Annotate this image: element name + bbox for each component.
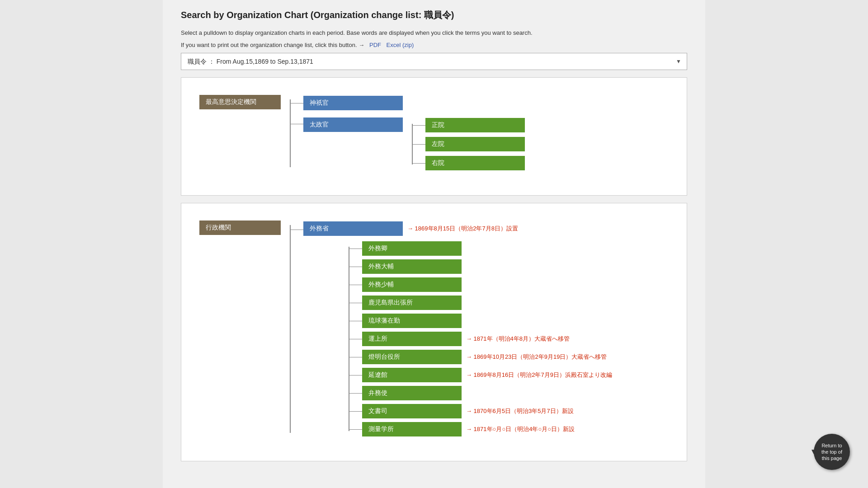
back-to-top-label: Return to the top of this page xyxy=(821,442,842,462)
unjo-hline xyxy=(349,339,362,339)
bunsho-row: 文書司 → 1870年6月5日（明治3年5月7日）新設 xyxy=(353,404,612,418)
sain-hline xyxy=(412,144,425,145)
bunsho-note: → 1870年6月5日（明治3年5月7日）新設 xyxy=(466,407,574,415)
gaimuotomo-row: 外務大輔 xyxy=(353,259,612,274)
description-2: If you want to print out the organizatio… xyxy=(181,41,687,50)
uin-row: 右院 xyxy=(416,156,525,170)
shingi-node: 神祇官 xyxy=(303,96,403,110)
sein-row: 正院 xyxy=(416,118,525,132)
gaimukyo-node: 外務卿 xyxy=(362,241,462,256)
section2-root-row: 行政機関 外務省 → 1869年8月15日（明治2年7月8日）設置 xyxy=(199,217,669,441)
unjo-note: → 1871年（明治4年8月）大蔵省へ移管 xyxy=(466,335,570,343)
gaimushofu-label[interactable]: 外務少輔 xyxy=(362,277,462,292)
sokuryo-row: 測量学所 → 1871年○月○日（明治4年○月○日）新設 xyxy=(353,422,612,436)
period-select[interactable]: 職員令 ： From Aug.15,1869 to Sep.13,1871 xyxy=(181,53,687,70)
daijo-label[interactable]: 太政官 xyxy=(303,117,403,132)
enryo-row: 延遼館 → 1869年8月16日（明治2年7月9日）浜殿石室より改編 xyxy=(353,368,612,382)
pdf-link[interactable]: PDF xyxy=(369,42,381,48)
page-title: Search by Organization Chart (Organizati… xyxy=(181,9,687,21)
section1-branch: 神祇官 太政官 xyxy=(294,91,525,175)
gaimuotomo-label[interactable]: 外務大輔 xyxy=(362,259,462,274)
page-wrapper: Search by Organization Chart (Organizati… xyxy=(163,0,705,488)
tomyo-note: → 1869年10月23日（明治2年9月19日）大蔵省へ移管 xyxy=(466,353,607,361)
tomyo-label[interactable]: 燈明台役所 xyxy=(362,350,462,364)
unjo-label[interactable]: 運上所 xyxy=(362,332,462,346)
kagoshima-node: 鹿児島県出張所 xyxy=(362,296,462,310)
ryukyu-hline xyxy=(349,321,362,321)
gaimusho-header: 外務省 → 1869年8月15日（明治2年7月8日）設置 xyxy=(303,221,612,236)
bunsho-hline xyxy=(349,411,362,412)
sein-label[interactable]: 正院 xyxy=(425,118,525,132)
benmu-label[interactable]: 弁務使 xyxy=(362,386,462,400)
desc-line2: If you want to print out the organizatio… xyxy=(181,42,357,48)
gaimukyo-row: 外務卿 xyxy=(353,241,612,256)
shingi-row: 神祇官 xyxy=(294,96,525,110)
section-2: 行政機関 外務省 → 1869年8月15日（明治2年7月8日）設置 xyxy=(181,203,687,461)
bunsho-node: 文書司 → 1870年6月5日（明治3年5月7日）新設 xyxy=(362,404,574,418)
sain-row: 左院 xyxy=(416,137,525,151)
gaimusho-row: 外務省 → 1869年8月15日（明治2年7月8日）設置 xyxy=(294,221,612,438)
sain-label[interactable]: 左院 xyxy=(425,137,525,151)
description-1: Select a pulldown to display organizatio… xyxy=(181,28,687,38)
gaimukyo-hline xyxy=(349,249,362,249)
section1-root-node: 最高意思決定機関 xyxy=(199,95,281,109)
bunsho-label[interactable]: 文書司 xyxy=(362,404,462,418)
kagoshima-row: 鹿児島県出張所 xyxy=(353,296,612,310)
kagoshima-hline xyxy=(349,303,362,303)
unjo-node: 運上所 → 1871年（明治4年8月）大蔵省へ移管 xyxy=(362,332,570,346)
tomyo-row: 燈明台役所 → 1869年10月23日（明治2年9月19日）大蔵省へ移管 xyxy=(353,350,612,364)
enryo-note: → 1869年8月16日（明治2年7月9日）浜殿石室より改編 xyxy=(466,371,612,379)
benmu-node: 弁務使 xyxy=(362,386,462,400)
sokuryo-label[interactable]: 測量学所 xyxy=(362,422,462,436)
ryukyu-label[interactable]: 琉球藩在勤 xyxy=(362,314,462,328)
gaimushofu-node: 外務少輔 xyxy=(362,277,462,292)
gaimusho-content: 外務省 → 1869年8月15日（明治2年7月8日）設置 xyxy=(303,221,612,438)
gaimusho-label[interactable]: 外務省 xyxy=(303,221,403,236)
shingi-label[interactable]: 神祇官 xyxy=(303,96,403,110)
sein-hline xyxy=(412,125,425,126)
section2-container: 行政機関 外務省 → 1869年8月15日（明治2年7月8日）設置 xyxy=(190,212,678,450)
ryukyu-row: 琉球藩在勤 xyxy=(353,314,612,328)
daijo-sub-branch: 正院 左院 xyxy=(416,116,525,173)
gaimusho-note: → 1869年8月15日（明治2年7月8日）設置 xyxy=(407,225,518,233)
gaimushofu-hline xyxy=(349,285,362,285)
sain-node: 左院 xyxy=(425,137,525,151)
sokuryo-note: → 1871年○月○日（明治4年○月○日）新設 xyxy=(466,425,575,433)
uin-node: 右院 xyxy=(425,156,525,170)
gaimuotomo-node: 外務大輔 xyxy=(362,259,462,274)
back-to-top-button[interactable]: Return to the top of this page xyxy=(814,434,850,470)
gaimushofu-row: 外務少輔 xyxy=(353,277,612,292)
uin-hline xyxy=(412,163,425,164)
ryukyu-node: 琉球藩在勤 xyxy=(362,314,462,328)
benmu-row: 弁務使 xyxy=(353,386,612,400)
section1-root-row: 最高意思決定機関 神祇官 xyxy=(199,91,669,175)
gaimukyo-label[interactable]: 外務卿 xyxy=(362,241,462,256)
gaimusho-children: 外務卿 外務大輔 xyxy=(353,239,612,438)
kagoshima-label[interactable]: 鹿児島県出張所 xyxy=(362,296,462,310)
sokuryo-hline xyxy=(349,429,362,430)
excel-link[interactable]: Excel (zip) xyxy=(387,42,414,48)
benmu-hline xyxy=(349,393,362,394)
sokuryo-node: 測量学所 → 1871年○月○日（明治4年○月○日）新設 xyxy=(362,422,575,436)
shingi-hline xyxy=(290,103,303,103)
arrow-symbol: → xyxy=(359,42,364,48)
section-1: 最高意思決定機関 神祇官 xyxy=(181,77,687,196)
section1-vline xyxy=(290,99,291,167)
desc-line1: Select a pulldown to display organizatio… xyxy=(181,29,533,36)
period-select-container: 職員令 ： From Aug.15,1869 to Sep.13,1871 xyxy=(181,53,687,70)
enryo-label[interactable]: 延遼館 xyxy=(362,368,462,382)
daijo-content: 太政官 正院 xyxy=(303,116,525,173)
uin-label[interactable]: 右院 xyxy=(425,156,525,170)
tomyo-node: 燈明台役所 → 1869年10月23日（明治2年9月19日）大蔵省へ移管 xyxy=(362,350,607,364)
daijo-hline xyxy=(290,124,303,124)
section2-root-label: 行政機関 xyxy=(199,221,281,235)
section1-container: 最高意思決定機関 神祇官 xyxy=(190,87,678,184)
tomyo-hline xyxy=(349,357,362,357)
section1-root-label: 最高意思決定機関 xyxy=(199,95,281,109)
gaimusho-hline xyxy=(290,230,303,230)
gaimuotomo-hline xyxy=(349,267,362,267)
sein-node: 正院 xyxy=(425,118,525,132)
unjo-row: 運上所 → 1871年（明治4年8月）大蔵省へ移管 xyxy=(353,332,612,346)
daijo-row: 太政官 正院 xyxy=(294,116,525,173)
gaimu-vline xyxy=(290,225,291,433)
